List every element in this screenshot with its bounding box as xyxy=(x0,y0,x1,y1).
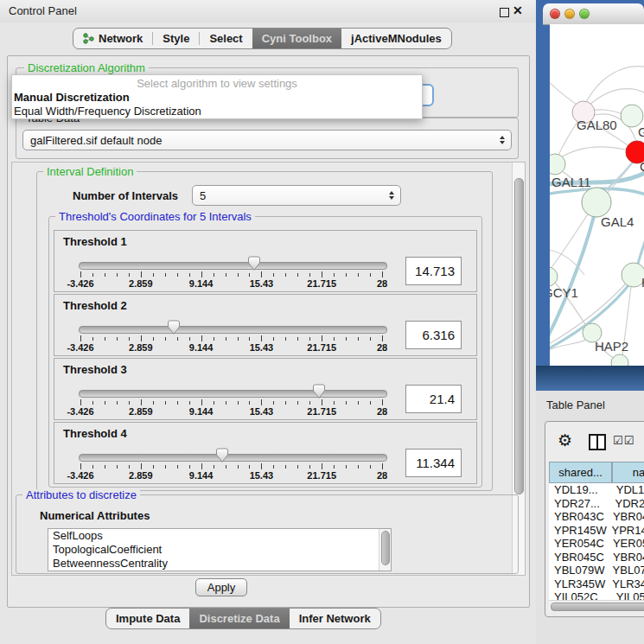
cell-shared-name[interactable]: YLR345W xyxy=(549,577,609,591)
dropdown-placeholder-item[interactable]: Select algorithm to view settings xyxy=(12,76,422,91)
network-edge[interactable] xyxy=(584,67,644,105)
slider-handle[interactable] xyxy=(247,256,261,271)
cell-name[interactable]: YPR145W xyxy=(609,524,644,538)
threshold-value-field[interactable]: 21.4 xyxy=(405,385,462,413)
cell-shared-name[interactable]: YPR145W xyxy=(549,524,609,538)
list-scrollbar-thumb[interactable] xyxy=(381,531,390,565)
cell-shared-name[interactable]: YDR27... xyxy=(549,497,612,511)
horizontal-scrollbar[interactable] xyxy=(549,600,644,612)
slider-tick xyxy=(358,273,359,277)
slider-track[interactable] xyxy=(79,454,387,462)
horizontal-scrollbar-thumb[interactable] xyxy=(551,603,644,611)
table-row[interactable]: YDL19...YDL19... xyxy=(549,483,644,497)
tab-infer-network[interactable]: Infer Network xyxy=(290,609,380,628)
table-row[interactable]: YER054CYER054C xyxy=(549,537,644,551)
attribute-list-item[interactable]: SelfLoops xyxy=(48,529,391,543)
number-of-intervals-combobox[interactable]: 5 xyxy=(192,185,401,206)
slider-handle[interactable] xyxy=(167,320,181,335)
slider-tick xyxy=(285,401,286,405)
table-row[interactable]: YBL079WYBL079W xyxy=(549,564,644,577)
cell-name[interactable]: YER054C xyxy=(609,537,644,551)
network-edge[interactable] xyxy=(558,147,632,159)
threshold-value-field[interactable]: 14.713 xyxy=(405,257,462,285)
cell-shared-name[interactable]: YBL079W xyxy=(549,564,609,577)
numerical-attributes-list[interactable]: SelfLoopsTopologicalCoefficientBetweenne… xyxy=(48,528,392,571)
slider-tick-label: 21.715 xyxy=(307,470,336,481)
slider-tick xyxy=(80,463,81,469)
tab-cyni-toolbox[interactable]: Cyni Toolbox xyxy=(252,29,341,48)
threshold-value-field[interactable]: 6.316 xyxy=(405,321,462,349)
slider-tick xyxy=(249,337,250,341)
slider-tick xyxy=(80,399,81,405)
slider-track[interactable] xyxy=(79,326,387,334)
slider-tick xyxy=(226,273,226,277)
threshold-panel-3: Threshold 3-3.4262.8599.14415.4321.71528… xyxy=(54,358,477,420)
tab-impute-data[interactable]: Impute Data xyxy=(106,609,189,628)
cell-name[interactable]: YLR345W xyxy=(609,577,644,591)
cell-name[interactable]: YBL079W xyxy=(609,564,644,577)
tab-style[interactable]: Style xyxy=(153,29,199,48)
slider-track[interactable] xyxy=(79,262,387,270)
slider-handle[interactable] xyxy=(215,448,229,463)
zoom-traffic-light[interactable] xyxy=(579,9,590,19)
threshold-value-field[interactable]: 11.344 xyxy=(405,449,462,477)
threshold-panel-1: Threshold 1-3.4262.8599.14415.4321.71528… xyxy=(54,230,477,292)
gear-icon[interactable]: ⚙ xyxy=(558,430,572,450)
table-row[interactable]: YPR145WYPR145W xyxy=(549,524,644,538)
slider-tick-label: 2.859 xyxy=(129,470,153,481)
slider-handle[interactable] xyxy=(312,384,326,399)
slider-track[interactable] xyxy=(79,390,387,398)
columns-icon[interactable] xyxy=(589,434,606,450)
slider-tick xyxy=(226,401,226,405)
slider-tick xyxy=(153,337,154,341)
table-row[interactable]: YLR345WYLR345W xyxy=(549,577,644,591)
table-row[interactable]: YBR043CYBR043C xyxy=(549,510,644,524)
select-columns-checkboxes-icon[interactable]: ☑☑ xyxy=(613,434,634,447)
close-icon[interactable]: ✕ xyxy=(513,3,523,17)
list-scrollbar[interactable] xyxy=(379,529,391,571)
table-body[interactable]: YDL19...YDL19...YDR27...YDR27...YBR043CY… xyxy=(549,483,644,600)
dropdown-item-manual-discretization[interactable]: Manual Discretization xyxy=(12,91,422,105)
cell-name[interactable]: YBR045C xyxy=(609,551,644,564)
float-window-icon[interactable] xyxy=(500,8,509,17)
table-row[interactable]: YDR27...YDR27... xyxy=(549,497,644,511)
network-node-gal4[interactable] xyxy=(582,188,611,217)
tab-select[interactable]: Select xyxy=(200,29,252,48)
cell-shared-name[interactable]: YBR045C xyxy=(549,551,609,564)
tab-network[interactable]: Network xyxy=(73,29,152,48)
network-canvas[interactable]: GAL80GACGAL11GAL4GCY1HHAP2 xyxy=(550,24,644,366)
tab-jactivemnodules[interactable]: jActiveMNodules xyxy=(341,29,451,48)
slider-tick xyxy=(214,273,214,277)
cell-name[interactable]: YDL19... xyxy=(613,483,644,497)
cell-shared-name[interactable]: YIL052C xyxy=(549,590,613,600)
apply-button[interactable]: Apply xyxy=(195,578,247,596)
cell-name[interactable]: YIL052C xyxy=(613,590,644,600)
network-graph[interactable]: GAL80GACGAL11GAL4GCY1HHAP2 xyxy=(550,24,644,366)
cell-shared-name[interactable]: YDL19... xyxy=(549,483,613,497)
cell-name[interactable]: YDR27... xyxy=(612,497,644,511)
minimize-traffic-light[interactable] xyxy=(564,9,575,19)
table-row[interactable]: YBR045CYBR045C xyxy=(549,551,644,564)
tab-discretize-data[interactable]: Discretize Data xyxy=(189,609,289,628)
cell-shared-name[interactable]: YER054C xyxy=(549,537,609,551)
network-node[interactable] xyxy=(611,354,628,366)
combobox-stepper-icon xyxy=(500,136,505,144)
slider-tick xyxy=(92,273,93,277)
column-header-shared-name[interactable]: shared... xyxy=(549,462,612,483)
slider-tick xyxy=(261,335,262,341)
close-traffic-light[interactable] xyxy=(550,9,560,19)
network-edge[interactable] xyxy=(550,76,581,107)
dropdown-item-equal-width[interactable]: Equal Width/Frequency Discretization xyxy=(12,105,422,118)
cell-name[interactable]: YBR043C xyxy=(609,510,644,524)
network-edge[interactable] xyxy=(591,110,622,114)
vertical-scrollbar-thumb[interactable] xyxy=(514,178,524,494)
table-data-combobox[interactable]: galFiltered.sif default node xyxy=(22,130,512,150)
slider-tick-label: 15.43 xyxy=(250,470,274,481)
column-header-name[interactable]: name xyxy=(612,462,644,483)
attribute-list-item[interactable]: TopologicalCoefficient xyxy=(48,543,391,557)
table-row[interactable]: YIL052CYIL052C xyxy=(549,590,644,600)
network-window-titlebar[interactable] xyxy=(543,3,644,25)
attribute-list-item[interactable]: BetweennessCentrality xyxy=(48,557,391,571)
slider-tick-label: -3.426 xyxy=(67,278,93,289)
cell-shared-name[interactable]: YBR043C xyxy=(549,510,609,524)
